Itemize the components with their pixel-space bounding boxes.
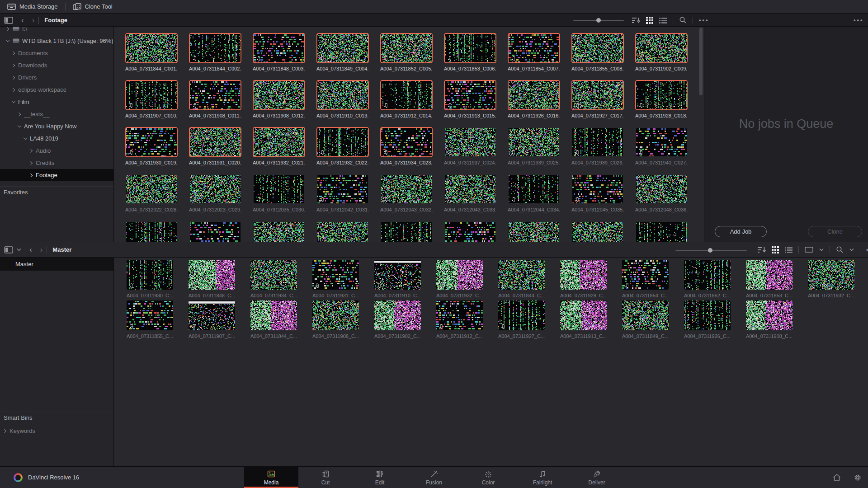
chevron-down-icon[interactable]: [16, 123, 23, 130]
clip-thumbnail[interactable]: ♫: [622, 300, 669, 330]
clone-tool-button[interactable]: Clone Tool: [66, 0, 120, 13]
clip-thumbnail[interactable]: ♫: [622, 260, 669, 290]
project-settings-gear-icon[interactable]: [854, 474, 862, 482]
project-manager-home-icon[interactable]: [833, 474, 841, 481]
clip-thumbnail[interactable]: ♫: [316, 33, 369, 63]
bin-panel-toggle-icon[interactable]: [4, 246, 13, 253]
clip-thumbnail[interactable]: ♫: [253, 33, 305, 63]
clip-thumbnail[interactable]: ♫: [508, 221, 560, 242]
tree-item-footage[interactable]: Footage: [0, 169, 113, 181]
clip-thumbnail[interactable]: ♫: [189, 260, 235, 290]
clip-thumbnail[interactable]: ♫: [312, 300, 359, 330]
bin-search-icon[interactable]: [836, 246, 844, 253]
clip-thumbnail[interactable]: ♫: [316, 221, 369, 242]
tab-color[interactable]: Color: [461, 467, 515, 488]
chevron-right-icon[interactable]: [2, 428, 8, 434]
tab-media[interactable]: Media: [244, 467, 298, 488]
more-options-icon[interactable]: •••: [699, 17, 709, 23]
forward-arrow-icon[interactable]: ›: [28, 16, 39, 24]
tree-item-wtd-black-1tb-j-usage-96[interactable]: WTD Black 1TB (J:\) (Usage: 96%): [0, 35, 113, 47]
tab-fusion[interactable]: Fusion: [407, 467, 461, 488]
clip-thumbnail[interactable]: ♫: [125, 221, 178, 242]
chevron-down-icon[interactable]: [10, 99, 17, 105]
tree-item-downloads[interactable]: Downloads: [0, 59, 113, 71]
clip-thumbnail[interactable]: ♫: [444, 33, 496, 63]
preview-mode-icon[interactable]: [805, 247, 813, 253]
bin-back-arrow-icon[interactable]: ‹: [25, 246, 36, 253]
tab-deliver[interactable]: Deliver: [570, 467, 624, 488]
clip-thumbnail[interactable]: ♫: [189, 221, 241, 242]
clip-thumbnail[interactable]: ♫: [380, 127, 433, 157]
search-chevron-icon[interactable]: [849, 248, 854, 251]
clip-thumbnail[interactable]: ♫: [253, 221, 305, 242]
chevron-right-icon[interactable]: [5, 27, 11, 32]
tab-edit[interactable]: Edit: [353, 467, 407, 488]
clip-thumbnail[interactable]: ♫: [684, 260, 731, 290]
clip-thumbnail[interactable]: ♫: [125, 127, 178, 157]
chevron-right-icon[interactable]: [28, 160, 34, 166]
keywords-row[interactable]: Keywords: [2, 427, 35, 434]
clip-thumbnail[interactable]: ♫: [380, 221, 433, 242]
clip-thumbnail[interactable]: ♫: [746, 260, 793, 290]
tab-fairlight[interactable]: Fairlight: [515, 467, 570, 488]
chevron-down-icon[interactable]: [17, 248, 21, 251]
clip-thumbnail[interactable]: ♫: [312, 260, 359, 290]
slider-knob[interactable]: [708, 248, 712, 253]
clip-thumbnail[interactable]: ♫: [127, 300, 173, 330]
clip-thumbnail[interactable]: ♫: [746, 300, 793, 330]
sort-order-icon[interactable]: [632, 17, 640, 23]
clip-thumbnail[interactable]: ♫: [253, 127, 305, 157]
clip-thumbnail[interactable]: ♫: [635, 33, 688, 63]
clip-thumbnail[interactable]: ♫: [127, 260, 173, 290]
clip-thumbnail[interactable]: ♫: [808, 260, 854, 290]
vertical-scrollbar[interactable]: [699, 28, 703, 95]
bin-item-master[interactable]: Master: [0, 258, 113, 271]
chevron-down-icon[interactable]: [22, 136, 28, 142]
chevron-down-icon[interactable]: [5, 38, 11, 44]
clip-thumbnail[interactable]: ♫: [571, 80, 624, 110]
clip-thumbnail[interactable]: ♫: [635, 80, 688, 110]
clip-thumbnail[interactable]: ♫: [316, 80, 369, 110]
clip-thumbnail[interactable]: ♫: [444, 80, 496, 110]
list-view-icon[interactable]: [659, 17, 667, 23]
grid-view-icon[interactable]: [646, 17, 653, 24]
tree-item-are-you-happy-now[interactable]: Are You Happy Now: [0, 120, 113, 132]
chevron-right-icon[interactable]: [10, 50, 17, 56]
clone-button[interactable]: Clone: [808, 226, 862, 237]
clip-thumbnail[interactable]: ♫: [125, 80, 178, 110]
clip-thumbnail[interactable]: ♫: [189, 127, 241, 157]
chevron-right-icon[interactable]: [10, 75, 17, 81]
clip-thumbnail[interactable]: ♫: [250, 300, 297, 330]
clip-thumbnail[interactable]: ♫: [253, 80, 305, 110]
clip-thumbnail[interactable]: ♫: [560, 260, 607, 290]
search-icon[interactable]: [679, 16, 687, 24]
clip-thumbnail[interactable]: ♫: [571, 127, 624, 157]
bin-more-options-icon[interactable]: •••: [866, 246, 868, 253]
clip-thumbnail[interactable]: ♫: [508, 174, 560, 204]
clip-thumbnail[interactable]: ♫: [436, 300, 483, 330]
clip-thumbnail[interactable]: ♫: [508, 33, 560, 63]
add-job-button[interactable]: Add Job: [715, 226, 767, 237]
clip-thumbnail[interactable]: ♫: [189, 80, 241, 110]
tree-item-eclipse-workspace[interactable]: eclipse-workspace: [0, 84, 113, 96]
bin-forward-arrow-icon[interactable]: ›: [36, 246, 47, 253]
chevron-right-icon[interactable]: [10, 87, 17, 93]
tab-cut[interactable]: Cut: [298, 467, 353, 488]
clip-thumbnail[interactable]: ♫: [635, 127, 688, 157]
clip-thumbnail[interactable]: ♫: [189, 33, 241, 63]
clip-thumbnail[interactable]: ♫: [571, 33, 624, 63]
jobs-panel-options-icon[interactable]: •••: [854, 17, 864, 23]
clip-thumbnail[interactable]: ♫: [635, 221, 688, 242]
clip-thumbnail[interactable]: ♫: [374, 260, 421, 290]
clip-thumbnail[interactable]: ♫: [444, 221, 496, 242]
clip-thumbnail[interactable]: ♫: [250, 260, 297, 290]
thumbnail-size-slider[interactable]: [573, 20, 624, 21]
clip-thumbnail[interactable]: ♫: [508, 127, 560, 157]
clip-thumbnail[interactable]: ♫: [571, 174, 624, 204]
clip-thumbnail[interactable]: ♫: [684, 300, 731, 330]
clip-thumbnail[interactable]: ♫: [444, 127, 496, 157]
clip-thumbnail[interactable]: ♫: [316, 127, 369, 157]
clip-thumbnail[interactable]: ♫: [125, 33, 178, 63]
tree-item-drivers[interactable]: Drivers: [0, 71, 113, 84]
clip-thumbnail[interactable]: ♫: [253, 174, 305, 204]
